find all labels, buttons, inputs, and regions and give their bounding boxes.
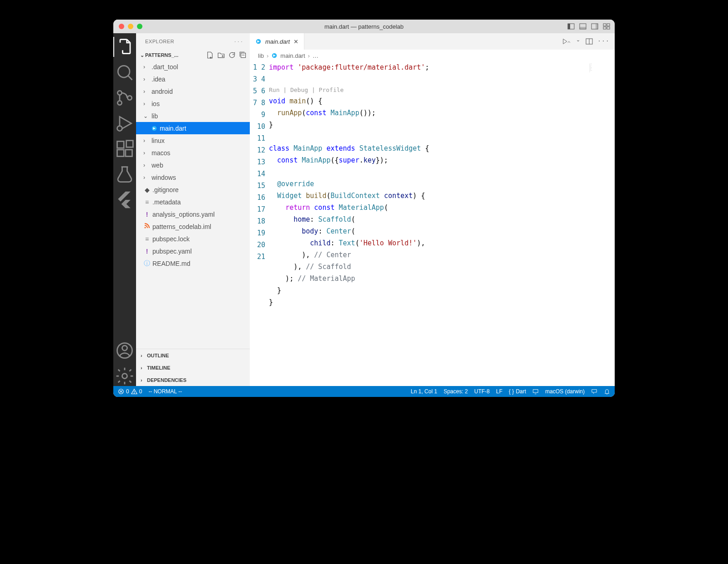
file-patterns_codelab-iml[interactable]: patterns_codelab.iml — [136, 220, 250, 233]
status-device[interactable] — [532, 388, 539, 395]
minimap[interactable]: ▬▬▬▬▬▬▬▬▬▬▬▬▬▬▬▬▬▬▬▬▬▬▬▬▬▬▬▬▬▬▬▬▬▬ — [587, 61, 615, 386]
customize-layout-icon[interactable] — [603, 23, 610, 30]
status-bar: 0 0 -- NORMAL -- Ln 1, Col 1 Spaces: 2 U… — [113, 386, 615, 397]
activity-explorer[interactable] — [113, 37, 136, 57]
status-line-col[interactable]: Ln 1, Col 1 — [411, 388, 437, 395]
folder-android[interactable]: ›android — [136, 85, 250, 97]
code-editor[interactable]: 1 2 3 4 5 6 7 8 9 10 11 12 13 14 15 16 1… — [250, 61, 615, 386]
layout-panel-icon[interactable] — [579, 23, 586, 30]
breadcrumb-more[interactable]: … — [313, 52, 318, 59]
activity-bar — [113, 33, 136, 386]
refresh-icon[interactable] — [228, 51, 236, 59]
status-encoding[interactable]: UTF-8 — [474, 388, 490, 395]
file-pubspec-lock[interactable]: ≡pubspec.lock — [136, 233, 250, 245]
tab-main-dart[interactable]: main.dart ✕ — [250, 33, 304, 50]
status-bell-icon[interactable] — [604, 388, 610, 395]
svg-point-21 — [122, 346, 127, 351]
svg-line-11 — [128, 76, 132, 80]
dependencies-section[interactable]: ›DEPENDENCIES — [136, 374, 250, 386]
layout-sidebar-left-icon[interactable] — [567, 23, 575, 30]
status-platform[interactable]: macOS (darwin) — [545, 388, 585, 395]
activity-flutter[interactable] — [113, 190, 136, 210]
folder-linux[interactable]: ›linux — [136, 134, 250, 147]
window-controls — [119, 24, 142, 29]
file-analysis_options-yaml[interactable]: !analysis_options.yaml — [136, 208, 250, 220]
folder--idea[interactable]: ›.idea — [136, 73, 250, 85]
svg-rect-8 — [603, 27, 606, 29]
folder-windows[interactable]: ›windows — [136, 171, 250, 183]
svg-rect-1 — [568, 24, 570, 29]
folder-macos[interactable]: ›macos — [136, 147, 250, 159]
status-eol[interactable]: LF — [496, 388, 502, 395]
tab-label: main.dart — [265, 38, 290, 45]
status-vim-mode[interactable]: -- NORMAL -- — [148, 388, 182, 395]
activity-accounts[interactable] — [113, 340, 136, 361]
project-header[interactable]: ⌄ PATTERNS_... — [136, 50, 250, 61]
run-button-icon[interactable] — [562, 37, 571, 46]
svg-rect-35 — [533, 390, 538, 393]
explorer-title: EXPLORER — [145, 39, 174, 44]
status-problems[interactable]: 0 0 — [118, 388, 142, 395]
file-README-md[interactable]: ⓘREADME.md — [136, 257, 250, 269]
breadcrumb-lib[interactable]: lib — [258, 52, 264, 59]
svg-rect-18 — [126, 150, 132, 157]
titlebar-layout-controls — [567, 23, 610, 30]
project-name: PATTERNS_... — [145, 52, 178, 58]
svg-point-14 — [127, 96, 131, 100]
code-content[interactable]: import 'package:flutter/material.dart'; … — [269, 61, 615, 386]
activity-settings[interactable] — [113, 366, 136, 386]
activity-testing[interactable] — [113, 164, 136, 184]
folder-web[interactable]: ›web — [136, 159, 250, 171]
sidebar-sections: ›OUTLINE ›TIMELINE ›DEPENDENCIES — [136, 349, 250, 386]
window-title: main.dart — patterns_codelab — [119, 23, 609, 30]
breadcrumb-file[interactable]: main.dart — [280, 52, 305, 59]
close-window-button[interactable] — [119, 24, 124, 29]
explorer-more-icon[interactable]: · · · — [234, 39, 243, 44]
code-lens[interactable]: Run | Debug | Profile — [269, 85, 578, 95]
editor-group: main.dart ✕ ⌄ · · · lib › main.dart › … — [250, 33, 615, 386]
file-pubspec-yaml[interactable]: !pubspec.yaml — [136, 245, 250, 257]
svg-rect-7 — [607, 24, 610, 26]
chevron-down-icon[interactable]: ⌄ — [576, 37, 580, 46]
split-editor-icon[interactable] — [586, 37, 593, 46]
chevron-down-icon: ⌄ — [139, 52, 145, 58]
file-main-dart[interactable]: main.dart — [136, 122, 250, 134]
svg-rect-19 — [126, 141, 133, 147]
collapse-all-icon[interactable] — [239, 51, 247, 59]
svg-rect-3 — [580, 27, 586, 29]
svg-point-13 — [117, 101, 121, 105]
folder-ios[interactable]: ›ios — [136, 97, 250, 110]
timeline-section[interactable]: ›TIMELINE — [136, 361, 250, 374]
file--gitignore[interactable]: ◆.gitignore — [136, 183, 250, 196]
folder--dart_tool[interactable]: ›.dart_tool — [136, 61, 250, 73]
file--metadata[interactable]: ≡.metadata — [136, 196, 250, 208]
project-actions — [206, 51, 247, 59]
minimize-window-button[interactable] — [128, 24, 133, 29]
breadcrumb-separator: › — [267, 52, 268, 59]
editor-actions: ⌄ · · · — [562, 37, 615, 46]
outline-section[interactable]: ›OUTLINE — [136, 349, 250, 361]
explorer-header: EXPLORER · · · — [136, 33, 250, 50]
svg-point-25 — [145, 227, 146, 229]
file-tree: ›.dart_tool›.idea›android›ios⌄libmain.da… — [136, 61, 250, 349]
status-feedback-icon[interactable] — [591, 388, 597, 395]
status-language[interactable]: { } Dart — [509, 388, 526, 395]
activity-run-debug[interactable] — [113, 113, 136, 133]
new-folder-icon[interactable] — [217, 51, 225, 59]
svg-point-10 — [118, 66, 130, 77]
layout-sidebar-right-icon[interactable] — [591, 23, 598, 30]
folder-lib[interactable]: ⌄lib — [136, 110, 250, 122]
activity-search[interactable] — [113, 62, 136, 82]
more-actions-icon[interactable]: · · · — [598, 37, 608, 46]
status-indent[interactable]: Spaces: 2 — [444, 388, 468, 395]
maximize-window-button[interactable] — [137, 24, 142, 29]
vscode-window: main.dart — patterns_codelab EXPLORER — [113, 20, 615, 397]
breadcrumb[interactable]: lib › main.dart › … — [250, 50, 615, 61]
new-file-icon[interactable] — [206, 51, 214, 59]
svg-rect-6 — [603, 24, 606, 26]
activity-source-control[interactable] — [113, 88, 136, 108]
activity-extensions[interactable] — [113, 139, 136, 159]
close-tab-icon[interactable]: ✕ — [293, 38, 298, 45]
breadcrumb-separator: › — [308, 52, 310, 59]
svg-rect-16 — [117, 142, 124, 148]
